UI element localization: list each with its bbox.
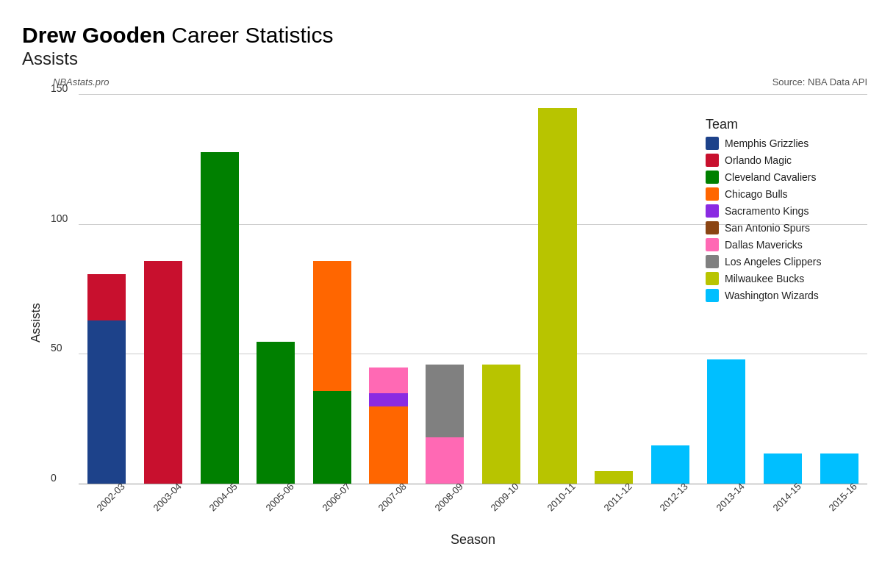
legend-label: Milwaukee Bucks [725, 273, 804, 284]
legend-swatch [706, 137, 719, 150]
subtitle: Assists [22, 49, 867, 69]
bar-stack [313, 261, 351, 484]
title-rest: Career Statistics [165, 23, 333, 47]
bar-stack [707, 359, 745, 484]
bar-stack [257, 342, 295, 484]
bar-column [417, 95, 473, 484]
bar-stack [426, 365, 464, 484]
bar-segment [538, 108, 576, 484]
legend-label: Sacramento Kings [725, 205, 808, 217]
bar-column [529, 95, 586, 484]
title-area: Drew Gooden Career Statistics Assists [22, 22, 867, 69]
bar-segment [707, 359, 745, 484]
watermark: NBAstats.pro [53, 76, 110, 87]
source-text: Source: NBA Data API [772, 76, 867, 87]
y-tick-label: 100 [51, 212, 68, 224]
bar-segment [144, 261, 182, 484]
legend-swatch [706, 171, 719, 184]
bar-stack [482, 365, 520, 484]
bar-stack [87, 274, 126, 484]
bar-segment [369, 368, 407, 393]
bar-segment [87, 274, 126, 321]
y-axis-label: Assists [22, 98, 46, 548]
bar-stack [144, 261, 182, 484]
legend-item: Orlando Magic [706, 154, 860, 167]
legend-item: Milwaukee Bucks [706, 272, 860, 285]
legend-item: Los Angeles Clippers [706, 255, 860, 268]
chart-wrapper: Assists NBAstats.pro Source: NBA Data AP… [22, 76, 867, 548]
legend-swatch [706, 289, 719, 302]
bar-column [586, 95, 642, 484]
x-axis-title: Season [79, 532, 867, 548]
legend-item: San Antonio Spurs [706, 221, 860, 234]
bar-column [191, 95, 248, 484]
legend-swatch [706, 154, 719, 167]
legend-swatch [706, 221, 719, 234]
main-title: Drew Gooden Career Statistics [22, 22, 867, 49]
legend-item: Memphis Grizzlies [706, 137, 860, 150]
bar-column [473, 95, 529, 484]
title-bold: Drew Gooden [22, 23, 165, 47]
y-tick-label: 0 [51, 472, 57, 484]
legend-title: Team [706, 117, 860, 132]
legend-item: Chicago Bulls [706, 187, 860, 201]
legend-label: Cleveland Cavaliers [725, 171, 817, 183]
bar-segment [369, 393, 407, 406]
bar-stack [201, 152, 239, 484]
bar-stack [538, 108, 576, 484]
legend-item: Cleveland Cavaliers [706, 171, 860, 184]
legend-label: Los Angeles Clippers [725, 256, 822, 268]
legend-swatch [706, 187, 719, 201]
bar-segment [426, 437, 464, 484]
legend-label: Memphis Grizzlies [725, 137, 808, 149]
legend-swatch [706, 255, 719, 268]
bar-segment [257, 342, 295, 484]
legend-swatch [706, 204, 719, 218]
legend-label: Chicago Bulls [725, 188, 788, 200]
bar-column [135, 95, 192, 484]
bar-column [642, 95, 698, 484]
legend-item: Washington Wizards [706, 289, 860, 302]
legend-swatch [706, 238, 719, 251]
bar-segment [313, 261, 351, 391]
bar-column [304, 95, 361, 484]
legend-label: Dallas Mavericks [725, 239, 803, 251]
legend-label: San Antonio Spurs [725, 222, 810, 234]
chart-container: Drew Gooden Career Statistics Assists As… [0, 0, 882, 588]
legend-swatch [706, 272, 719, 285]
legend: Team Memphis GrizzliesOrlando MagicCleve… [706, 117, 860, 306]
bar-segment [426, 365, 464, 437]
bar-segment [369, 406, 407, 484]
x-labels: 2002-032003-042004-052005-062006-072007-… [79, 487, 867, 504]
bar-column [248, 95, 304, 484]
bar-column [360, 95, 417, 484]
legend-label: Orlando Magic [725, 154, 792, 166]
legend-item: Sacramento Kings [706, 204, 860, 218]
bar-segment [482, 365, 520, 484]
y-tick-label: 50 [51, 342, 62, 354]
legend-item: Dallas Mavericks [706, 238, 860, 251]
source-line: NBAstats.pro Source: NBA Data API [53, 76, 867, 87]
chart-area: NBAstats.pro Source: NBA Data API 050100… [46, 76, 867, 548]
bar-segment [201, 152, 239, 484]
bar-column [79, 95, 135, 484]
bar-segment [87, 320, 126, 484]
bar-stack [369, 368, 407, 484]
legend-label: Washington Wizards [725, 290, 819, 301]
bar-segment [313, 391, 351, 484]
